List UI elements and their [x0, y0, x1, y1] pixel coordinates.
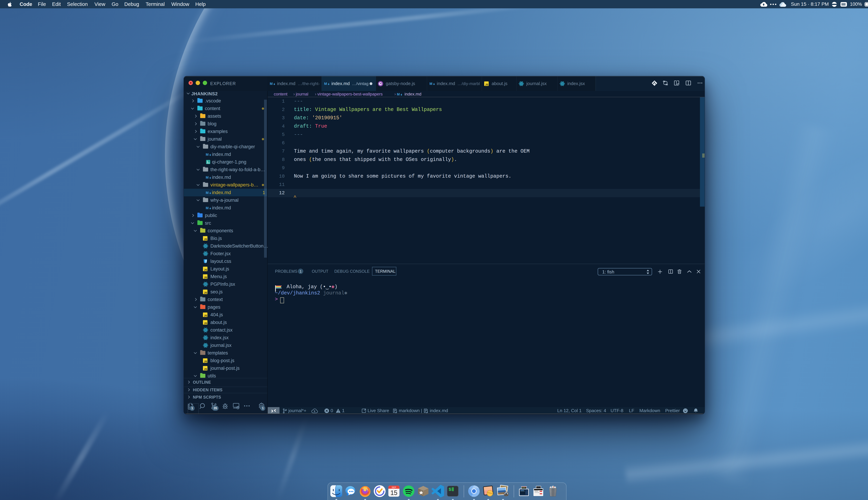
svg-text:M: M	[270, 82, 273, 86]
svg-text:M: M	[324, 82, 327, 86]
svg-text:15: 15	[390, 489, 397, 496]
svg-text:M: M	[397, 92, 400, 96]
svg-text:SEP: SEP	[392, 486, 396, 489]
svg-text:M: M	[206, 152, 209, 157]
svg-text:$: $	[448, 487, 452, 492]
svg-text:M: M	[206, 206, 209, 210]
svg-text:M: M	[206, 175, 209, 179]
svg-text:M: M	[206, 191, 209, 195]
svg-text:M: M	[430, 82, 432, 86]
